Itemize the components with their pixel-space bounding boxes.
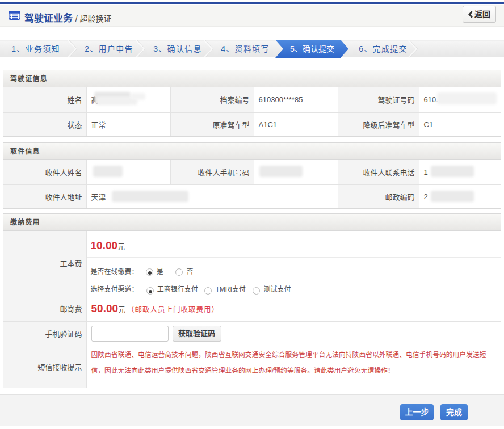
svg-text:5、确认提交: 5、确认提交 [290, 44, 334, 53]
svg-text:2、用户申告: 2、用户申告 [85, 44, 133, 53]
svg-text:3、确认信息: 3、确认信息 [153, 44, 202, 53]
svg-text:1、业务须知: 1、业务须知 [11, 44, 60, 53]
svg-text:4、资料填写: 4、资料填写 [221, 44, 270, 53]
svg-text:6、完成提交: 6、完成提交 [359, 44, 408, 53]
